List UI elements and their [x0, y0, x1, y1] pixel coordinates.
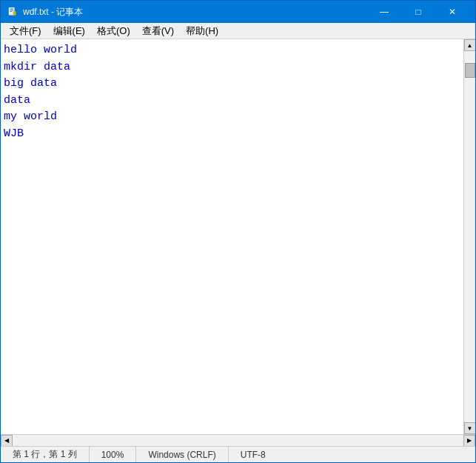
scroll-up-arrow[interactable]: ▲ [464, 39, 476, 51]
status-encoding: UTF-8 [229, 447, 278, 462]
status-line-ending: Windows (CRLF) [136, 447, 228, 462]
scrollbar-thumb[interactable] [465, 63, 475, 78]
menu-help[interactable]: 帮助(H) [180, 23, 224, 39]
horizontal-scrollbar[interactable]: ◀ ▶ [1, 434, 475, 446]
notepad-window: wdf.txt - 记事本 — □ ✕ 文件(F) 编辑(E) 格式(O) 查看… [0, 0, 476, 463]
text-line: data [4, 93, 460, 110]
window-title: wdf.txt - 记事本 [23, 6, 367, 19]
maximize-button[interactable]: □ [401, 1, 435, 23]
scroll-left-arrow[interactable]: ◀ [1, 435, 13, 447]
text-line: hello world [4, 42, 460, 59]
text-editor[interactable]: hello worldmkdir databig datadatamy worl… [1, 39, 463, 434]
scroll-down-arrow[interactable]: ▼ [464, 422, 476, 434]
svg-rect-3 [10, 11, 13, 12]
status-position: 第 1 行，第 1 列 [1, 447, 90, 462]
svg-rect-1 [10, 9, 13, 10]
app-icon [7, 6, 19, 18]
minimize-button[interactable]: — [367, 1, 401, 23]
menu-bar: 文件(F) 编辑(E) 格式(O) 查看(V) 帮助(H) [1, 23, 475, 39]
close-button[interactable]: ✕ [435, 1, 469, 23]
svg-rect-2 [10, 10, 13, 10]
text-line: WJB [4, 126, 460, 143]
text-line: my world [4, 109, 460, 126]
svg-rect-4 [13, 11, 16, 15]
status-zoom: 100% [90, 447, 137, 462]
menu-format[interactable]: 格式(O) [91, 23, 136, 39]
menu-view[interactable]: 查看(V) [136, 23, 180, 39]
text-line: big data [4, 76, 460, 93]
editor-area: hello worldmkdir databig datadatamy worl… [1, 39, 475, 434]
text-line: mkdir data [4, 59, 460, 76]
status-bar: 第 1 行，第 1 列 100% Windows (CRLF) UTF-8 [1, 446, 475, 462]
menu-edit[interactable]: 编辑(E) [47, 23, 91, 39]
menu-file[interactable]: 文件(F) [4, 23, 47, 39]
title-bar: wdf.txt - 记事本 — □ ✕ [1, 1, 475, 23]
window-controls: — □ ✕ [367, 1, 469, 23]
scroll-right-arrow[interactable]: ▶ [463, 435, 475, 447]
vertical-scrollbar[interactable]: ▲ ▼ [463, 39, 475, 434]
